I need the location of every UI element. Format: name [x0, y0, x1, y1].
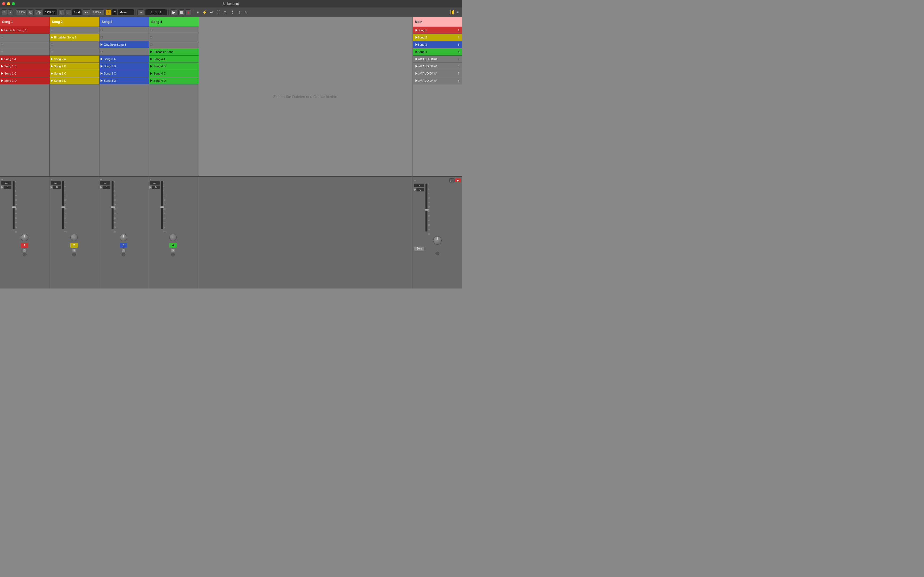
- fader-thumb-1[interactable]: [12, 206, 16, 208]
- stop-btn-3[interactable]: [100, 179, 102, 181]
- click-icon[interactable]: ●▾: [82, 9, 90, 15]
- scene-cell[interactable]: Einzähler Song 2: [50, 34, 99, 41]
- view-toggle-btn[interactable]: ≡: [2, 9, 7, 15]
- scene-cell[interactable]: Song 2 D: [50, 77, 99, 84]
- expand-icon[interactable]: ⛶: [215, 9, 221, 15]
- scene-cell[interactable]: Song 4 C: [149, 70, 199, 77]
- master-stop-btn[interactable]: [414, 179, 416, 182]
- channel-num-1[interactable]: 1: [21, 243, 28, 248]
- maximize-button[interactable]: [12, 2, 15, 5]
- arm-btn-2[interactable]: [72, 253, 76, 256]
- song3-header[interactable]: Song 3: [99, 17, 149, 27]
- send-arrow-2[interactable]: [50, 186, 53, 189]
- tempo-display[interactable]: 120.00: [43, 9, 57, 15]
- fader-track-2[interactable]: [62, 181, 64, 229]
- fader-thumb-3[interactable]: [111, 206, 115, 208]
- follow-button[interactable]: Follow: [16, 9, 27, 15]
- scene-cell[interactable]: [99, 34, 149, 41]
- minimize-button[interactable]: [7, 2, 10, 5]
- pan-knob-1[interactable]: [21, 234, 28, 241]
- scene-cell[interactable]: [149, 41, 199, 48]
- tap-lines-icon[interactable]: |||: [58, 9, 64, 15]
- stop-button[interactable]: [178, 9, 184, 15]
- send-arrow-3[interactable]: [100, 186, 102, 189]
- fader-track-1[interactable]: [13, 181, 15, 229]
- metronome-btn[interactable]: [28, 9, 34, 15]
- arrow-icon[interactable]: →: [137, 9, 144, 15]
- scene-cell[interactable]: [50, 41, 99, 48]
- master-fader-track[interactable]: [425, 184, 428, 232]
- channel-num-3[interactable]: 3: [120, 243, 127, 248]
- scene-cell[interactable]: Song 1 D: [0, 77, 50, 84]
- master-vol-display[interactable]: -∞: [414, 184, 424, 187]
- tap-button[interactable]: Tap: [35, 9, 42, 15]
- vol-display-2[interactable]: -∞: [50, 181, 61, 185]
- link-icon[interactable]: ⚡: [202, 9, 207, 15]
- stop-btn-4[interactable]: [149, 179, 152, 181]
- master-row-7[interactable]: ###AUDIO### 7: [413, 70, 462, 77]
- master-row-4[interactable]: Song 4 4: [413, 48, 462, 56]
- master-row-3[interactable]: Song 3 3: [413, 41, 462, 48]
- scene-cell[interactable]: [99, 27, 149, 34]
- pan-display-1[interactable]: 0: [3, 185, 11, 189]
- scene-cell[interactable]: Song 3 A: [99, 56, 149, 63]
- scene-cell[interactable]: [149, 34, 199, 41]
- time-signature[interactable]: 4 / 4: [72, 9, 82, 15]
- master-row-8[interactable]: ###AUDIO### 8: [413, 77, 462, 84]
- solo-btn-2[interactable]: S: [72, 248, 76, 252]
- song4-header[interactable]: Song 4: [149, 17, 199, 27]
- solo-btn-4[interactable]: S: [171, 248, 175, 252]
- master-row-6[interactable]: ###AUDIO### 6: [413, 63, 462, 70]
- scene-cell[interactable]: Song 1 C: [0, 70, 50, 77]
- master-solo-btn[interactable]: Solo: [414, 246, 425, 251]
- pan-knob-2[interactable]: [70, 234, 78, 241]
- tap-lines-icon2[interactable]: |||: [65, 9, 71, 15]
- fader-thumb-2[interactable]: [61, 206, 66, 208]
- send-arrow-1[interactable]: [1, 186, 3, 189]
- arm-btn-4[interactable]: [171, 253, 175, 256]
- scene-cell[interactable]: Song 4 B: [149, 63, 199, 70]
- fader-track-3[interactable]: [111, 181, 114, 229]
- pan-knob-3[interactable]: [120, 234, 127, 241]
- stop-btn-2[interactable]: [50, 179, 53, 181]
- scene-cell[interactable]: [50, 48, 99, 56]
- position-display[interactable]: 1 . 1 . 1: [145, 9, 167, 15]
- master-pan-display[interactable]: 0: [416, 188, 424, 192]
- flat-key-icon[interactable]: ♭: [106, 9, 111, 15]
- loop-icon[interactable]: ⟳: [223, 9, 228, 15]
- pan-display-2[interactable]: 0: [53, 185, 61, 189]
- play-button[interactable]: ▶: [170, 9, 177, 15]
- scene-cell[interactable]: Song 1 B: [0, 63, 50, 70]
- view-toggle-btn2[interactable]: ▾: [8, 9, 12, 15]
- channel-num-4[interactable]: 4: [169, 243, 177, 248]
- record-button[interactable]: ●: [185, 9, 191, 15]
- scene-cell[interactable]: Song 2 B: [50, 63, 99, 70]
- master-arm-btn[interactable]: [436, 251, 439, 255]
- scene-cell[interactable]: Song 1 A: [0, 56, 50, 63]
- key-scale[interactable]: Major: [118, 9, 134, 15]
- song1-header[interactable]: Song 1: [0, 17, 50, 27]
- scene-cell[interactable]: [149, 27, 199, 34]
- solo-btn-1[interactable]: S: [23, 248, 26, 252]
- send-arrow-4[interactable]: [149, 186, 152, 189]
- scene-cell[interactable]: Einzähler Song 1: [0, 27, 50, 34]
- vol-display-4[interactable]: -∞: [149, 181, 160, 185]
- fader-track-4[interactable]: [161, 181, 163, 229]
- scene-cell[interactable]: Song 4 A: [149, 56, 199, 63]
- master-row-2[interactable]: Song 2 2: [413, 34, 462, 41]
- close-button[interactable]: [2, 2, 5, 5]
- solo-btn-3[interactable]: S: [122, 248, 125, 252]
- scene-cell[interactable]: Song 2 A: [50, 56, 99, 63]
- scene-cell[interactable]: Song 3 B: [99, 63, 149, 70]
- loop-length[interactable]: 1 Bar ▾: [91, 9, 105, 15]
- master-pan-knob[interactable]: [433, 236, 442, 245]
- arm-btn-3[interactable]: [122, 253, 125, 256]
- scene-cell[interactable]: [0, 48, 50, 56]
- pan-display-4[interactable]: 0: [152, 185, 160, 189]
- send-btn[interactable]: ▷|: [449, 179, 454, 182]
- song2-header[interactable]: Song 2: [50, 17, 99, 27]
- fader-thumb-4[interactable]: [160, 206, 165, 208]
- master-row-5[interactable]: ###AUDIO### 5: [413, 56, 462, 63]
- scene-cell[interactable]: [0, 41, 50, 48]
- master-row-1[interactable]: Song 1 1: [413, 27, 462, 34]
